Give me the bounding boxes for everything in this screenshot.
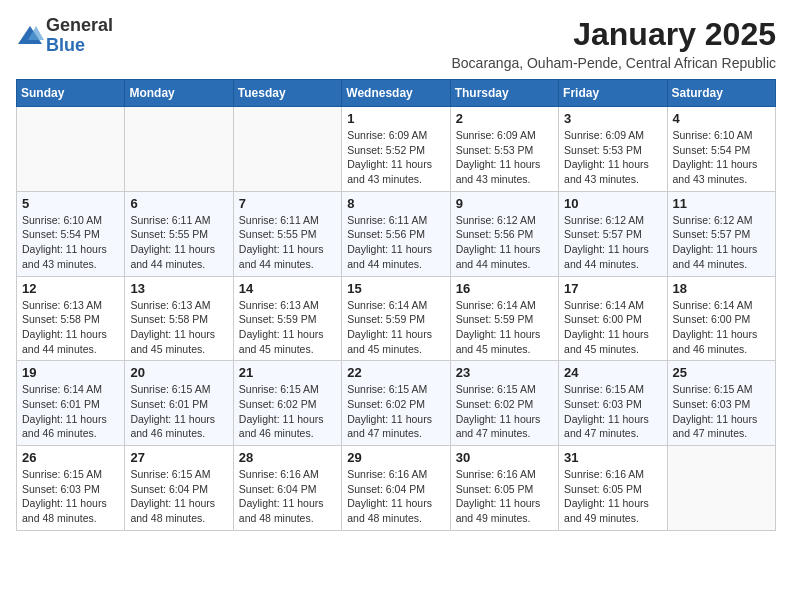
day-number: 6 — [130, 196, 227, 211]
day-info: Sunrise: 6:14 AM Sunset: 5:59 PM Dayligh… — [456, 298, 553, 357]
day-number: 10 — [564, 196, 661, 211]
day-info: Sunrise: 6:15 AM Sunset: 6:03 PM Dayligh… — [673, 382, 770, 441]
weekday-header-monday: Monday — [125, 80, 233, 107]
day-info: Sunrise: 6:14 AM Sunset: 6:00 PM Dayligh… — [673, 298, 770, 357]
day-info: Sunrise: 6:16 AM Sunset: 6:04 PM Dayligh… — [239, 467, 336, 526]
day-info: Sunrise: 6:11 AM Sunset: 5:55 PM Dayligh… — [130, 213, 227, 272]
day-number: 15 — [347, 281, 444, 296]
calendar-cell: 4Sunrise: 6:10 AM Sunset: 5:54 PM Daylig… — [667, 107, 775, 192]
calendar-cell: 27Sunrise: 6:15 AM Sunset: 6:04 PM Dayli… — [125, 446, 233, 531]
month-year-title: January 2025 — [451, 16, 776, 53]
calendar-cell: 13Sunrise: 6:13 AM Sunset: 5:58 PM Dayli… — [125, 276, 233, 361]
logo-blue-text: Blue — [46, 35, 85, 55]
day-info: Sunrise: 6:12 AM Sunset: 5:57 PM Dayligh… — [564, 213, 661, 272]
day-number: 29 — [347, 450, 444, 465]
day-number: 22 — [347, 365, 444, 380]
day-number: 21 — [239, 365, 336, 380]
day-info: Sunrise: 6:12 AM Sunset: 5:56 PM Dayligh… — [456, 213, 553, 272]
calendar-cell: 29Sunrise: 6:16 AM Sunset: 6:04 PM Dayli… — [342, 446, 450, 531]
day-info: Sunrise: 6:11 AM Sunset: 5:56 PM Dayligh… — [347, 213, 444, 272]
day-number: 16 — [456, 281, 553, 296]
day-number: 27 — [130, 450, 227, 465]
calendar-table: SundayMondayTuesdayWednesdayThursdayFrid… — [16, 79, 776, 531]
day-info: Sunrise: 6:13 AM Sunset: 5:58 PM Dayligh… — [22, 298, 119, 357]
day-number: 20 — [130, 365, 227, 380]
calendar-cell — [125, 107, 233, 192]
day-info: Sunrise: 6:14 AM Sunset: 5:59 PM Dayligh… — [347, 298, 444, 357]
day-info: Sunrise: 6:16 AM Sunset: 6:05 PM Dayligh… — [564, 467, 661, 526]
weekday-header-saturday: Saturday — [667, 80, 775, 107]
calendar-week-row: 5Sunrise: 6:10 AM Sunset: 5:54 PM Daylig… — [17, 191, 776, 276]
calendar-cell: 6Sunrise: 6:11 AM Sunset: 5:55 PM Daylig… — [125, 191, 233, 276]
day-number: 19 — [22, 365, 119, 380]
day-number: 5 — [22, 196, 119, 211]
calendar-cell — [667, 446, 775, 531]
calendar-cell: 31Sunrise: 6:16 AM Sunset: 6:05 PM Dayli… — [559, 446, 667, 531]
day-info: Sunrise: 6:16 AM Sunset: 6:05 PM Dayligh… — [456, 467, 553, 526]
day-number: 26 — [22, 450, 119, 465]
day-number: 3 — [564, 111, 661, 126]
calendar-cell — [233, 107, 341, 192]
calendar-cell: 24Sunrise: 6:15 AM Sunset: 6:03 PM Dayli… — [559, 361, 667, 446]
day-number: 4 — [673, 111, 770, 126]
calendar-cell: 25Sunrise: 6:15 AM Sunset: 6:03 PM Dayli… — [667, 361, 775, 446]
day-info: Sunrise: 6:11 AM Sunset: 5:55 PM Dayligh… — [239, 213, 336, 272]
calendar-week-row: 12Sunrise: 6:13 AM Sunset: 5:58 PM Dayli… — [17, 276, 776, 361]
calendar-cell: 28Sunrise: 6:16 AM Sunset: 6:04 PM Dayli… — [233, 446, 341, 531]
calendar-cell: 18Sunrise: 6:14 AM Sunset: 6:00 PM Dayli… — [667, 276, 775, 361]
calendar-week-row: 19Sunrise: 6:14 AM Sunset: 6:01 PM Dayli… — [17, 361, 776, 446]
page-header: General Blue January 2025 Bocaranga, Ouh… — [16, 16, 776, 71]
calendar-cell: 11Sunrise: 6:12 AM Sunset: 5:57 PM Dayli… — [667, 191, 775, 276]
day-number: 25 — [673, 365, 770, 380]
day-number: 23 — [456, 365, 553, 380]
calendar-cell: 10Sunrise: 6:12 AM Sunset: 5:57 PM Dayli… — [559, 191, 667, 276]
day-number: 13 — [130, 281, 227, 296]
calendar-cell: 20Sunrise: 6:15 AM Sunset: 6:01 PM Dayli… — [125, 361, 233, 446]
day-info: Sunrise: 6:15 AM Sunset: 6:02 PM Dayligh… — [239, 382, 336, 441]
title-block: January 2025 Bocaranga, Ouham-Pende, Cen… — [451, 16, 776, 71]
day-number: 14 — [239, 281, 336, 296]
calendar-cell: 30Sunrise: 6:16 AM Sunset: 6:05 PM Dayli… — [450, 446, 558, 531]
calendar-cell: 7Sunrise: 6:11 AM Sunset: 5:55 PM Daylig… — [233, 191, 341, 276]
calendar-cell: 23Sunrise: 6:15 AM Sunset: 6:02 PM Dayli… — [450, 361, 558, 446]
day-number: 12 — [22, 281, 119, 296]
calendar-week-row: 26Sunrise: 6:15 AM Sunset: 6:03 PM Dayli… — [17, 446, 776, 531]
day-number: 18 — [673, 281, 770, 296]
calendar-cell: 9Sunrise: 6:12 AM Sunset: 5:56 PM Daylig… — [450, 191, 558, 276]
location-subtitle: Bocaranga, Ouham-Pende, Central African … — [451, 55, 776, 71]
day-info: Sunrise: 6:09 AM Sunset: 5:53 PM Dayligh… — [456, 128, 553, 187]
calendar-cell: 19Sunrise: 6:14 AM Sunset: 6:01 PM Dayli… — [17, 361, 125, 446]
calendar-cell: 21Sunrise: 6:15 AM Sunset: 6:02 PM Dayli… — [233, 361, 341, 446]
weekday-header-tuesday: Tuesday — [233, 80, 341, 107]
day-number: 11 — [673, 196, 770, 211]
calendar-cell: 5Sunrise: 6:10 AM Sunset: 5:54 PM Daylig… — [17, 191, 125, 276]
day-info: Sunrise: 6:12 AM Sunset: 5:57 PM Dayligh… — [673, 213, 770, 272]
day-info: Sunrise: 6:16 AM Sunset: 6:04 PM Dayligh… — [347, 467, 444, 526]
calendar-cell: 2Sunrise: 6:09 AM Sunset: 5:53 PM Daylig… — [450, 107, 558, 192]
day-info: Sunrise: 6:09 AM Sunset: 5:53 PM Dayligh… — [564, 128, 661, 187]
calendar-cell: 17Sunrise: 6:14 AM Sunset: 6:00 PM Dayli… — [559, 276, 667, 361]
weekday-header-row: SundayMondayTuesdayWednesdayThursdayFrid… — [17, 80, 776, 107]
weekday-header-friday: Friday — [559, 80, 667, 107]
calendar-week-row: 1Sunrise: 6:09 AM Sunset: 5:52 PM Daylig… — [17, 107, 776, 192]
day-info: Sunrise: 6:15 AM Sunset: 6:03 PM Dayligh… — [22, 467, 119, 526]
day-number: 7 — [239, 196, 336, 211]
logo: General Blue — [16, 16, 113, 56]
weekday-header-thursday: Thursday — [450, 80, 558, 107]
day-info: Sunrise: 6:10 AM Sunset: 5:54 PM Dayligh… — [22, 213, 119, 272]
weekday-header-wednesday: Wednesday — [342, 80, 450, 107]
day-info: Sunrise: 6:14 AM Sunset: 6:00 PM Dayligh… — [564, 298, 661, 357]
day-info: Sunrise: 6:15 AM Sunset: 6:04 PM Dayligh… — [130, 467, 227, 526]
day-number: 1 — [347, 111, 444, 126]
calendar-cell: 12Sunrise: 6:13 AM Sunset: 5:58 PM Dayli… — [17, 276, 125, 361]
calendar-cell: 3Sunrise: 6:09 AM Sunset: 5:53 PM Daylig… — [559, 107, 667, 192]
day-info: Sunrise: 6:09 AM Sunset: 5:52 PM Dayligh… — [347, 128, 444, 187]
calendar-cell: 15Sunrise: 6:14 AM Sunset: 5:59 PM Dayli… — [342, 276, 450, 361]
calendar-cell: 1Sunrise: 6:09 AM Sunset: 5:52 PM Daylig… — [342, 107, 450, 192]
day-info: Sunrise: 6:13 AM Sunset: 5:59 PM Dayligh… — [239, 298, 336, 357]
day-info: Sunrise: 6:15 AM Sunset: 6:03 PM Dayligh… — [564, 382, 661, 441]
day-info: Sunrise: 6:15 AM Sunset: 6:01 PM Dayligh… — [130, 382, 227, 441]
day-info: Sunrise: 6:15 AM Sunset: 6:02 PM Dayligh… — [456, 382, 553, 441]
day-info: Sunrise: 6:14 AM Sunset: 6:01 PM Dayligh… — [22, 382, 119, 441]
day-number: 2 — [456, 111, 553, 126]
